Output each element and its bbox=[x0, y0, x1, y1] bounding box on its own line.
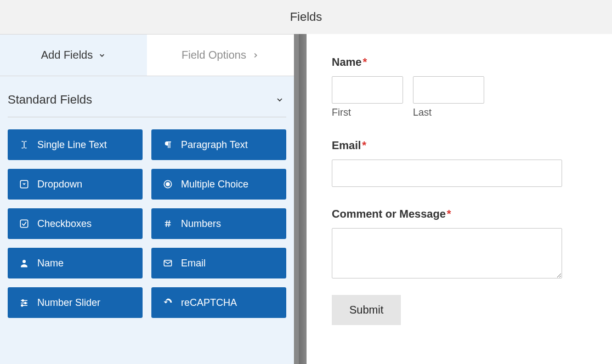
label-text: Email bbox=[332, 139, 361, 151]
last-name-col: Last bbox=[413, 76, 484, 118]
svg-line-7 bbox=[169, 220, 170, 227]
field-label: Paragraph Text bbox=[181, 139, 248, 151]
field-label: Multiple Choice bbox=[181, 179, 248, 190]
page-header: Fields bbox=[0, 0, 612, 34]
field-recaptcha[interactable]: reCAPTCHA bbox=[151, 287, 286, 318]
section-divider bbox=[8, 117, 286, 117]
envelope-icon bbox=[162, 258, 173, 269]
svg-point-11 bbox=[22, 300, 24, 302]
field-numbers[interactable]: Numbers bbox=[151, 208, 286, 239]
checkbox-icon bbox=[19, 218, 30, 229]
required-mark: * bbox=[447, 208, 451, 220]
last-name-input[interactable] bbox=[413, 76, 484, 104]
field-checkboxes[interactable]: Checkboxes bbox=[8, 208, 143, 239]
field-number-slider[interactable]: Number Slider bbox=[8, 287, 143, 318]
tab-add-fields-label: Add Fields bbox=[41, 49, 93, 61]
submit-button[interactable]: Submit bbox=[332, 295, 401, 325]
svg-point-13 bbox=[25, 302, 26, 304]
sliders-icon bbox=[19, 297, 30, 308]
field-label: Name bbox=[37, 258, 64, 269]
sidebar-tabs: Add Fields Field Options bbox=[0, 35, 294, 76]
comment-label: Comment or Message* bbox=[332, 208, 582, 220]
required-mark: * bbox=[362, 139, 366, 151]
hash-icon bbox=[162, 218, 173, 229]
chevron-right-icon bbox=[252, 52, 259, 59]
field-single-line-text[interactable]: Single Line Text bbox=[8, 129, 143, 160]
vertical-divider bbox=[294, 34, 307, 364]
page-title: Fields bbox=[290, 10, 322, 24]
main-layout: Add Fields Field Options Standard Fields bbox=[0, 34, 612, 364]
first-name-col: First bbox=[332, 76, 403, 118]
name-row: First Last bbox=[332, 76, 582, 118]
field-label: Checkboxes bbox=[37, 218, 92, 230]
svg-rect-3 bbox=[20, 220, 28, 228]
field-label: Email bbox=[181, 258, 206, 269]
email-label: Email* bbox=[332, 139, 582, 152]
field-paragraph-text[interactable]: Paragraph Text bbox=[151, 129, 286, 160]
name-label: Name* bbox=[332, 56, 582, 69]
tab-add-fields[interactable]: Add Fields bbox=[0, 35, 147, 76]
caret-down-square-icon bbox=[19, 179, 30, 190]
field-label: Number Slider bbox=[37, 297, 100, 309]
sidebar: Add Fields Field Options Standard Fields bbox=[0, 34, 294, 364]
field-label: Numbers bbox=[181, 218, 221, 230]
svg-point-2 bbox=[166, 183, 169, 186]
svg-point-8 bbox=[22, 260, 26, 263]
field-label: reCAPTCHA bbox=[181, 297, 237, 309]
svg-point-15 bbox=[21, 305, 23, 306]
chevron-down-icon bbox=[275, 95, 284, 104]
svg-line-6 bbox=[166, 220, 167, 227]
field-label: Single Line Text bbox=[37, 139, 107, 151]
field-email[interactable]: Email bbox=[151, 248, 286, 278]
label-text: Comment or Message bbox=[332, 208, 446, 220]
first-name-input[interactable] bbox=[332, 76, 403, 104]
paragraph-icon bbox=[162, 139, 173, 150]
last-sublabel: Last bbox=[413, 107, 484, 118]
recaptcha-icon bbox=[162, 297, 173, 308]
email-input[interactable] bbox=[332, 160, 562, 187]
radio-icon bbox=[162, 179, 173, 190]
field-multiple-choice[interactable]: Multiple Choice bbox=[151, 169, 286, 200]
label-text: Name bbox=[332, 56, 361, 68]
field-label: Dropdown bbox=[37, 179, 82, 190]
field-grid: Single Line Text Paragraph Text Dropdown… bbox=[0, 129, 294, 318]
tab-field-options-label: Field Options bbox=[182, 49, 246, 61]
text-cursor-icon bbox=[19, 139, 30, 150]
chevron-down-icon bbox=[98, 52, 106, 59]
field-dropdown[interactable]: Dropdown bbox=[8, 169, 143, 200]
tab-field-options[interactable]: Field Options bbox=[147, 35, 294, 76]
user-icon bbox=[19, 258, 30, 269]
field-name[interactable]: Name bbox=[8, 248, 143, 278]
first-sublabel: First bbox=[332, 107, 403, 118]
email-block: Email* bbox=[332, 139, 582, 187]
section-title: Standard Fields bbox=[8, 93, 92, 107]
required-mark: * bbox=[362, 56, 367, 68]
form-preview: Name* First Last Email* bbox=[307, 34, 612, 364]
section-standard-fields[interactable]: Standard Fields bbox=[0, 76, 294, 117]
submit-label: Submit bbox=[349, 304, 383, 316]
comment-textarea[interactable] bbox=[332, 228, 562, 278]
comment-block: Comment or Message* bbox=[332, 208, 582, 281]
